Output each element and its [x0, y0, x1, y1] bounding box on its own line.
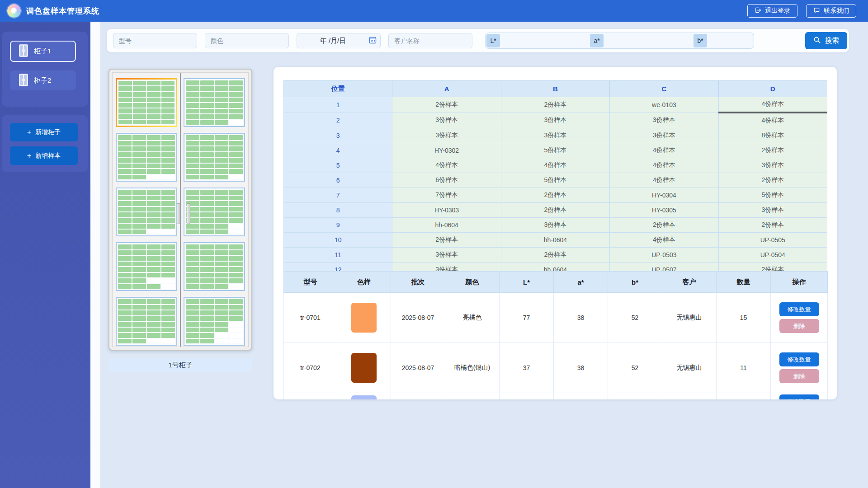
grid-cell[interactable]: 7份样本: [392, 188, 501, 203]
cabinet-panel[interactable]: [184, 188, 245, 236]
add-sample-button[interactable]: + 新增样本: [10, 146, 78, 165]
sample-a-value: 38: [554, 293, 608, 343]
grid-cell[interactable]: 8份样本: [718, 128, 827, 143]
door-handle-left: [177, 203, 180, 224]
cabinet-panel-selected[interactable]: [116, 78, 177, 127]
grid-cell[interactable]: we-0103: [610, 97, 718, 113]
grid-cell[interactable]: 2份样本: [501, 203, 609, 218]
grid-cell[interactable]: 2份样本: [610, 218, 718, 233]
grid-cell[interactable]: 3份样本: [610, 128, 718, 143]
cabinet-panel[interactable]: [116, 133, 177, 182]
sample-slot: [229, 114, 243, 119]
grid-cell[interactable]: 3份样本: [718, 158, 827, 173]
grid-cell[interactable]: hh-0604: [501, 233, 609, 248]
delete-button[interactable]: 删除: [779, 319, 819, 333]
color-input[interactable]: [205, 33, 289, 48]
position-cell: 11: [284, 248, 392, 263]
add-cabinet-button[interactable]: + 新增柜子: [10, 123, 78, 141]
grid-cell[interactable]: HY-0303: [392, 203, 501, 218]
grid-cell[interactable]: 4份样本: [610, 233, 718, 248]
sample-customer: 无锡惠山: [662, 343, 717, 393]
customer-input[interactable]: [388, 33, 472, 48]
grid-cell[interactable]: 2份样本: [392, 233, 501, 248]
grid-cell[interactable]: 5份样本: [501, 173, 609, 188]
grid-cell[interactable]: 3份样本: [392, 113, 501, 128]
grid-cell[interactable]: 2份样本: [392, 97, 501, 113]
sample-slot: [161, 256, 175, 261]
cabinet-panel[interactable]: [116, 297, 177, 346]
grid-cell[interactable]: UP-0504: [718, 248, 827, 263]
grid-cell[interactable]: 2份样本: [718, 218, 827, 233]
cabinet-panel[interactable]: [184, 78, 245, 127]
grid-cell[interactable]: 3份样本: [501, 128, 609, 143]
grid-cell[interactable]: 2份样本: [501, 188, 609, 203]
modify-qty-button[interactable]: 修改数量: [779, 302, 819, 316]
sample-slot: [118, 230, 132, 235]
sample-slot: [147, 190, 160, 195]
grid-cell[interactable]: 4份样本: [718, 113, 827, 128]
grid-cell[interactable]: hh-0604: [392, 218, 501, 233]
grid-cell-selected[interactable]: 4份样本: [718, 97, 827, 113]
sample-slot: [147, 305, 160, 310]
grid-cell[interactable]: UP-0505: [718, 233, 827, 248]
a-star-input[interactable]: [604, 33, 693, 48]
grid-cell[interactable]: 6份样本: [392, 173, 501, 188]
grid-cell[interactable]: 4份样本: [610, 143, 718, 158]
grid-cell[interactable]: HY-0302: [392, 143, 501, 158]
calendar-icon[interactable]: [369, 36, 380, 46]
grid-cell[interactable]: 3份样本: [501, 113, 609, 128]
grid-cell[interactable]: 5份样本: [501, 143, 609, 158]
col-header-batch: 批次: [391, 272, 445, 293]
col-header-c[interactable]: C: [610, 81, 718, 97]
sample-slot: [200, 146, 214, 151]
l-star-input[interactable]: [500, 33, 589, 48]
date-input[interactable]: 年 /月/日: [297, 33, 381, 48]
grid-cell[interactable]: 2份样本: [501, 97, 609, 113]
grid-cell[interactable]: 2份样本: [501, 248, 609, 263]
grid-cell[interactable]: 4份样本: [392, 158, 501, 173]
grid-row: 77份样本2份样本HY-03045份样本: [284, 188, 827, 203]
grid-cell[interactable]: 3份样本: [718, 203, 827, 218]
modify-qty-button[interactable]: 修改数量: [779, 394, 819, 399]
col-header-d[interactable]: D: [718, 81, 827, 97]
sidebar-item-cabinet-2[interactable]: 柜子2: [10, 70, 76, 90]
sample-slot: [118, 152, 132, 157]
grid-cell[interactable]: 5份样本: [718, 188, 827, 203]
logout-button[interactable]: 退出登录: [747, 4, 797, 18]
col-header-b[interactable]: B: [501, 81, 609, 97]
model-input[interactable]: [113, 33, 197, 48]
sample-slot: [186, 175, 199, 180]
col-header-position[interactable]: 位置: [284, 81, 392, 97]
grid-cell[interactable]: 2份样本: [718, 143, 827, 158]
grid-cell[interactable]: 3份样本: [501, 218, 609, 233]
sample-slot: [132, 175, 146, 180]
sample-batch: [391, 393, 445, 400]
delete-button[interactable]: 删除: [779, 369, 819, 383]
grid-cell[interactable]: HY-0304: [610, 188, 718, 203]
cabinet-panel[interactable]: [116, 188, 177, 236]
cabinet-panel[interactable]: [184, 242, 245, 291]
grid-cell[interactable]: 3份样本: [392, 248, 501, 263]
grid-cell[interactable]: 2份样本: [718, 173, 827, 188]
grid-cell[interactable]: UP-0503: [610, 248, 718, 263]
b-star-input[interactable]: [707, 33, 754, 48]
cabinet-panel[interactable]: [184, 297, 245, 346]
sample-slot: [215, 322, 228, 327]
search-button[interactable]: 搜索: [805, 32, 847, 49]
sample-slot: [186, 262, 199, 267]
cabinet-panel[interactable]: [184, 133, 245, 182]
grid-cell[interactable]: HY-0305: [610, 203, 718, 218]
position-cell: 7: [284, 188, 392, 203]
col-header-a[interactable]: A: [392, 81, 501, 97]
grid-cell[interactable]: 4份样本: [610, 173, 718, 188]
grid-cell[interactable]: 3份样本: [392, 128, 501, 143]
sample-slot: [132, 224, 146, 229]
modify-qty-button[interactable]: 修改数量: [779, 352, 819, 366]
cabinet-panel[interactable]: [116, 242, 177, 291]
sidebar-item-cabinet-1[interactable]: 柜子1: [10, 41, 76, 62]
sample-slot: [161, 212, 175, 217]
grid-cell[interactable]: 4份样本: [501, 158, 609, 173]
grid-cell[interactable]: 3份样本: [610, 113, 718, 128]
contact-button[interactable]: 联系我们: [806, 4, 856, 18]
grid-cell[interactable]: 4份样本: [610, 158, 718, 173]
